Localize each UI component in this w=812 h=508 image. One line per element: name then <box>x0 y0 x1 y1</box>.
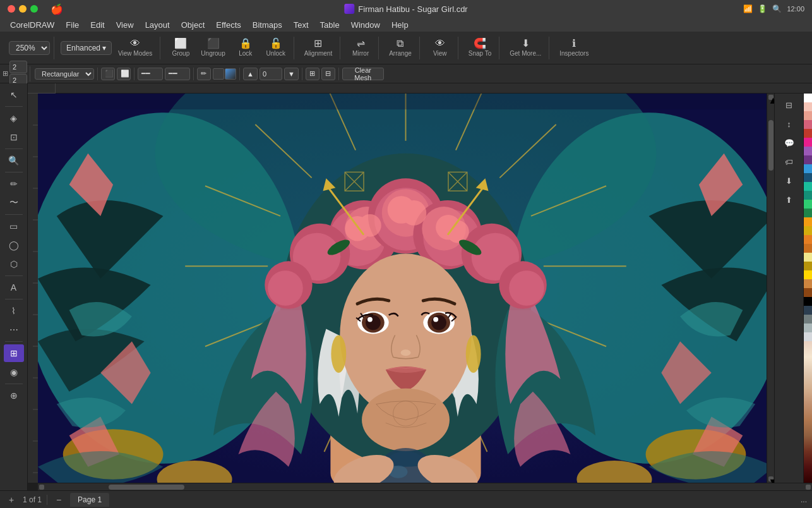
scroll-right-button[interactable] <box>806 485 811 490</box>
menu-view[interactable]: View <box>111 19 139 31</box>
clear-mesh-button[interactable]: Clear Mesh <box>342 68 384 80</box>
color-magenta[interactable] <box>804 138 812 147</box>
menu-text[interactable]: Text <box>289 19 314 31</box>
remove-page-button[interactable]: − <box>52 493 65 506</box>
menu-layout[interactable]: Layout <box>140 19 175 31</box>
mirror-button[interactable]: ⇌ Mirror <box>347 35 374 61</box>
tb2-arrow-down[interactable]: ▼ <box>284 68 299 80</box>
snap-to-button[interactable]: 🧲 Snap To <box>465 35 496 61</box>
ungroup-button[interactable]: ⬛ Ungroup <box>197 35 229 61</box>
color-gold2[interactable] <box>804 270 812 279</box>
color-brown2[interactable] <box>804 288 812 297</box>
rows-input[interactable] <box>9 61 27 73</box>
color-dark-gray[interactable] <box>804 306 812 315</box>
tb2-btn4[interactable]: ━━ <box>165 68 190 80</box>
right-panel-btn3[interactable]: 💬 <box>779 134 799 152</box>
menu-object[interactable]: Object <box>176 19 210 31</box>
color-khaki[interactable] <box>804 253 812 262</box>
shape-tool[interactable]: ◈ <box>4 109 24 127</box>
menu-effects[interactable]: Effects <box>211 19 246 31</box>
color-orange1[interactable] <box>804 235 812 244</box>
zoom-tool[interactable]: 🔍 <box>4 152 24 169</box>
color-gradient-strip[interactable] <box>804 341 812 483</box>
tb2-arrow-up[interactable]: ▲ <box>243 68 258 80</box>
lock-button[interactable]: 🔒 Lock <box>232 35 260 61</box>
eyedropper-tool[interactable]: ⌇ <box>4 302 24 320</box>
more-options[interactable]: ... <box>801 495 807 504</box>
add-page-button[interactable]: + <box>5 493 18 506</box>
pen-btn[interactable]: ✏ <box>197 68 211 80</box>
view-button[interactable]: 👁 View <box>426 35 454 61</box>
text-tool[interactable]: A <box>4 279 24 296</box>
right-panel-btn4[interactable]: 🏷 <box>779 153 799 171</box>
view-mode-button[interactable]: Enhanced ▾ <box>61 41 112 55</box>
color-yellow1[interactable] <box>804 217 812 226</box>
right-panel-btn6[interactable]: ⬆ <box>779 191 799 209</box>
scroll-left-button[interactable] <box>39 485 44 490</box>
color-yellow2[interactable] <box>804 226 812 235</box>
alignment-button[interactable]: ⊞ Alignment <box>301 35 336 61</box>
artistic-tool[interactable]: 〜 <box>4 194 24 212</box>
color-skin1[interactable] <box>804 102 812 111</box>
menu-edit[interactable]: Edit <box>85 19 109 31</box>
polygon-tool[interactable]: ⬡ <box>4 255 24 273</box>
inspectors-button[interactable]: ℹ Inspectors <box>556 35 592 61</box>
mesh-toggle-btn2[interactable]: ⊟ <box>321 68 335 80</box>
tb2-btn2[interactable]: ⬜ <box>117 68 131 80</box>
color-black[interactable] <box>804 297 812 306</box>
menu-coreldraw[interactable]: CorelDRAW <box>5 19 59 31</box>
color-purple2[interactable] <box>804 155 812 164</box>
minimize-button[interactable] <box>19 5 27 13</box>
color-pink1[interactable] <box>804 120 812 129</box>
color-medium-gray[interactable] <box>804 315 812 324</box>
view-modes-button[interactable]: 👁 View Modes <box>114 35 156 61</box>
scroll-up-button[interactable]: ▲ <box>768 95 773 100</box>
page-tab[interactable]: Page 1 <box>70 493 109 507</box>
rectangle-tool[interactable]: ▭ <box>4 217 24 235</box>
select-tool[interactable]: ↖ <box>4 86 24 104</box>
align-tool[interactable]: ⊕ <box>4 387 24 404</box>
unlock-button[interactable]: 🔓 Unlock <box>262 35 290 61</box>
color-purple1[interactable] <box>804 147 812 155</box>
color-blue1[interactable] <box>804 164 812 173</box>
close-button[interactable] <box>8 5 15 13</box>
color-white[interactable] <box>804 94 812 102</box>
horizontal-scrollbar[interactable] <box>38 483 812 490</box>
color-light-gray[interactable] <box>804 324 812 332</box>
color-gold1[interactable] <box>804 262 812 270</box>
color-green1[interactable] <box>804 200 812 209</box>
menu-help[interactable]: Help <box>386 19 414 31</box>
color-brown1[interactable] <box>804 279 812 288</box>
color-skin2[interactable] <box>804 111 812 120</box>
vertical-scrollbar[interactable]: ▲ ▼ <box>767 94 774 483</box>
zoom-select[interactable]: 250% 100% 200% <box>9 41 50 55</box>
menu-table[interactable]: Table <box>315 19 345 31</box>
ellipse-tool[interactable]: ◯ <box>4 236 24 254</box>
color-lighter-gray[interactable] <box>804 332 812 341</box>
maximize-button[interactable] <box>30 5 38 13</box>
right-panel-btn1[interactable]: ⊟ <box>779 96 799 114</box>
get-more-button[interactable]: ⬇ Get More... <box>506 35 545 61</box>
right-panel-btn5[interactable]: ⬇ <box>779 172 799 190</box>
value-input[interactable] <box>260 68 282 80</box>
color-teal1[interactable] <box>804 182 812 191</box>
tb2-btn3[interactable]: ━━ <box>138 68 163 80</box>
fill-tool[interactable]: ⋯ <box>4 321 24 339</box>
scroll-thumb[interactable] <box>768 120 773 171</box>
crop-tool[interactable]: ⊡ <box>4 128 24 146</box>
eyedropper2-tool[interactable]: ◉ <box>4 363 24 381</box>
right-panel-btn2[interactable]: ↕ <box>779 115 799 133</box>
menu-window[interactable]: Window <box>346 19 385 31</box>
mesh-toggle-btn[interactable]: ⊞ <box>306 68 319 80</box>
color-navy[interactable] <box>804 173 812 182</box>
apple-logo[interactable]: 🍎 <box>51 3 63 15</box>
mesh-fill-tool[interactable]: ⊞ <box>4 344 24 362</box>
color-teal2[interactable] <box>804 191 812 200</box>
color-green2[interactable] <box>804 209 812 217</box>
canvas-area[interactable]: ▲ ▼ <box>38 94 774 483</box>
search-icon[interactable]: 🔍 <box>772 4 782 13</box>
color-red[interactable] <box>804 129 812 138</box>
tb2-btn1[interactable]: ⬛ <box>101 68 115 80</box>
color-orange2[interactable] <box>804 244 812 253</box>
hscroll-thumb[interactable] <box>109 485 184 490</box>
